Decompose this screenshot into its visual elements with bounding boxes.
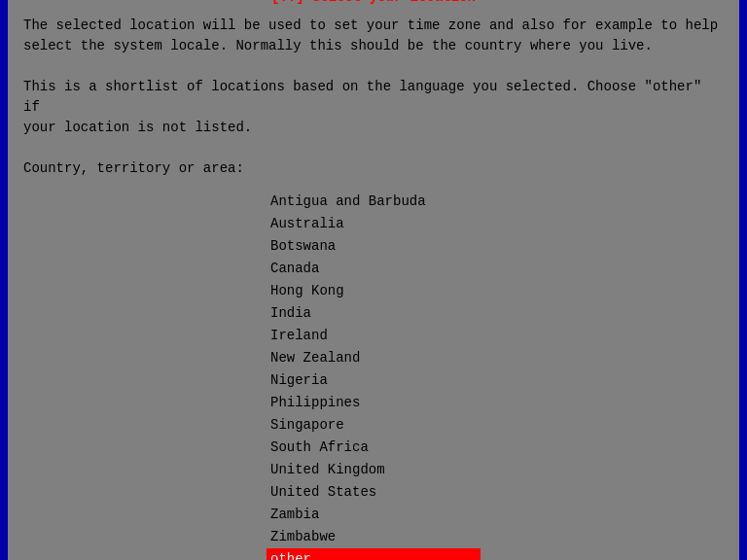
country-item[interactable]: Nigeria <box>267 369 480 392</box>
country-item[interactable]: Hong Kong <box>267 280 480 302</box>
country-item[interactable]: other <box>267 548 480 560</box>
country-item[interactable]: Zambia <box>267 504 480 526</box>
main-dialog: [!!] Select your location The selected l… <box>8 0 739 560</box>
country-item[interactable]: India <box>267 302 480 325</box>
country-item[interactable]: Ireland <box>267 325 480 347</box>
country-item[interactable]: United Kingdom <box>267 459 480 481</box>
dialog-title: [!!] Select your location <box>266 0 481 5</box>
country-item[interactable]: Zimbabwe <box>267 526 480 548</box>
country-item[interactable]: Canada <box>267 258 480 280</box>
country-list[interactable]: Antigua and BarbudaAustraliaBotswanaCana… <box>23 191 724 560</box>
country-item[interactable]: South Africa <box>267 437 480 459</box>
country-item[interactable]: Australia <box>267 213 480 235</box>
description-text: The selected location will be used to se… <box>23 16 724 179</box>
country-item[interactable]: Philippines <box>267 392 480 414</box>
country-item[interactable]: Singapore <box>267 414 480 437</box>
country-item[interactable]: New Zealand <box>267 347 480 369</box>
country-item[interactable]: Botswana <box>267 235 480 258</box>
country-item[interactable]: Antigua and Barbuda <box>267 191 480 213</box>
country-item[interactable]: United States <box>267 481 480 504</box>
